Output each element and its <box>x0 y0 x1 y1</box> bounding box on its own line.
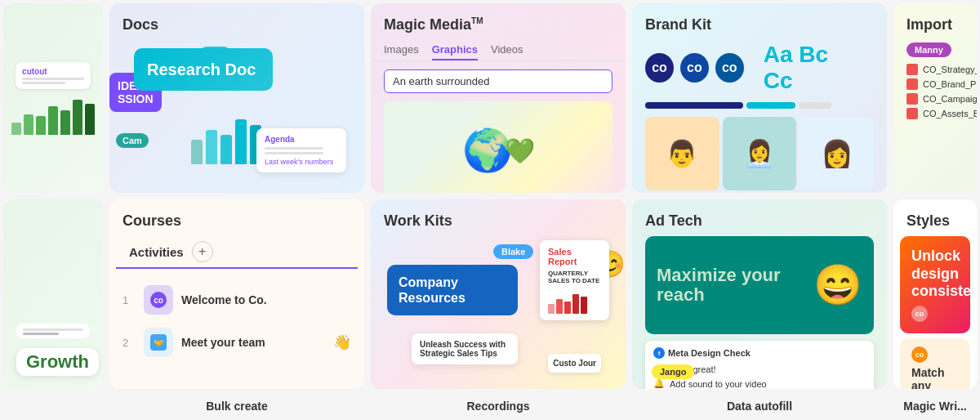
import-title: Import <box>893 3 977 42</box>
styles-co-icon: co <box>911 306 928 322</box>
course-item-1[interactable]: 1 co Welcome to Co. <box>109 279 364 321</box>
course-num-2: 2 <box>122 337 136 349</box>
bulk-create-cell[interactable]: Bulk create <box>109 395 364 417</box>
tab-videos[interactable]: Videos <box>491 40 523 60</box>
blake-badge: Blake <box>493 244 533 259</box>
tm-sup: TM <box>471 16 483 25</box>
ad-tech-title: Ad Tech <box>632 199 887 236</box>
maximize-card: Maximize your reach 😄 <box>645 236 874 334</box>
file-icon-4 <box>906 108 918 119</box>
color-bar-teal <box>746 102 795 109</box>
docs-agenda: Agenda Last week's numbers <box>256 128 346 172</box>
jango-badge: Jango <box>652 364 694 379</box>
tab-graphics[interactable]: Graphics <box>432 40 478 60</box>
brand-photo-1: 👨 <box>645 117 719 190</box>
sound-icon: 🔔 <box>653 378 665 389</box>
course-text-1: Welcome to Co. <box>181 293 267 306</box>
person-2: 👩‍💼 <box>723 117 797 190</box>
add-activity-button[interactable]: + <box>192 241 213 262</box>
magic-media-cell: Magic MediaTM Images Graphics Videos An … <box>371 3 626 193</box>
maximize-text: Maximize your reach <box>657 266 813 305</box>
cust-card: Custo Jour <box>548 354 601 373</box>
course-icon-1: co <box>144 285 173 315</box>
brand-photo-2: 👩‍💼 <box>723 117 797 190</box>
sales-report-card: Sales Report QUARTERLYSALES TO DATE <box>540 240 609 320</box>
logo-circle-2: co <box>680 53 709 83</box>
generated-image: 🌍 💚 <box>384 101 612 193</box>
activities-row: Activities + <box>116 236 358 269</box>
file-name-3: CO_Campaign_Tool... <box>923 94 977 104</box>
data-autofill-label: Data autofill <box>727 400 792 413</box>
import-cell: Import Manny CO_Strategy_Report... CO_Br… <box>893 3 977 193</box>
styles-unlock-card: Unlock design consistency co <box>900 236 970 333</box>
tab-images[interactable]: Images <box>384 40 419 60</box>
brand-photo-3: 👩 <box>800 117 874 190</box>
styles-title: Styles <box>893 199 977 236</box>
person-1: 👨 <box>645 117 719 190</box>
unlock-text: Unlock design consistency <box>911 248 977 301</box>
course-text-2: Meet your team <box>181 336 265 349</box>
agenda-line-2 <box>265 152 323 154</box>
growth-cutout-box <box>16 324 90 338</box>
person-3: 👩 <box>800 117 874 190</box>
match-text: Match any design style <box>911 366 959 389</box>
co-icon-1: co <box>150 292 167 308</box>
file-item-2: CO_Brand_Photogra... <box>906 78 964 90</box>
logo-circle-3: co <box>715 53 744 83</box>
activities-label: Activities <box>129 245 184 259</box>
magic-wri-label: Magic Wri... <box>903 400 967 413</box>
agenda-title: Agenda <box>265 135 338 144</box>
meta-icon: f <box>653 347 665 359</box>
recordings-cell[interactable]: Recordings <box>371 395 626 417</box>
chart-bars <box>191 115 261 164</box>
file-icon-1 <box>906 64 918 75</box>
company-resources-card: Company Resources <box>387 265 518 315</box>
color-bar-light <box>799 102 831 109</box>
sales-report-title: Sales Report <box>548 247 601 266</box>
brand-photos: 👨 👩‍💼 👩 <box>632 117 887 190</box>
styles-logo-row: co <box>911 306 977 322</box>
magic-media-title: Magic MediaTM <box>371 3 626 40</box>
maximize-person: 😄 <box>813 262 862 308</box>
styles-bottom-icon: co <box>911 346 928 363</box>
growth-bottom-cell: Growth <box>3 199 103 389</box>
bulk-create-label: Bulk create <box>206 400 267 413</box>
manny-badge: Manny <box>906 42 951 57</box>
research-doc-title: Research Doc <box>147 60 260 79</box>
file-item-4: CO_Assets_Brandin... <box>906 108 964 119</box>
data-autofill-cell[interactable]: Data autofill <box>632 395 887 417</box>
styles-bottom-logo: co <box>911 346 959 363</box>
file-icon-3 <box>906 93 918 105</box>
file-name-4: CO_Assets_Brandin... <box>923 109 977 118</box>
brand-kit-title: Brand Kit <box>632 3 887 42</box>
file-name-2: CO_Brand_Photogra... <box>923 79 977 89</box>
styles-cell: Styles Unlock design consistency co co M… <box>893 199 977 389</box>
tab-row: Images Graphics Videos <box>371 40 626 61</box>
file-icon-2 <box>906 78 918 90</box>
search-input-box[interactable]: An earth surrounded <box>384 69 612 93</box>
meta-check-title: f Meta Design Check <box>653 347 866 359</box>
file-item-1: CO_Strategy_Report... <box>906 64 964 75</box>
cust-jour-text: Custo Jour <box>553 359 596 368</box>
course-item-2[interactable]: 2 🤝 Meet your team 👋 <box>109 321 364 364</box>
work-kits-content: Work Kits Blake Sales Report QUARTERLYSA… <box>371 199 626 389</box>
growth-label: Growth <box>16 348 99 376</box>
work-kits-cell: Work Kits Blake Sales Report QUARTERLYSA… <box>371 199 626 389</box>
brand-kit-cell: Brand Kit co co co Aa Bc Cc 👨 👩‍💼 👩 <box>632 3 887 193</box>
magic-wri-cell[interactable]: Magic Wri... <box>893 395 977 417</box>
sales-subtitle: QUARTERLYSALES TO DATE <box>548 270 601 284</box>
ad-tech-cell: Ad Tech Maximize your reach 😄 f Meta Des… <box>632 199 887 389</box>
work-kits-title: Work Kits <box>371 199 466 236</box>
course-num-1: 1 <box>122 294 136 306</box>
cam-badge: Cam <box>116 133 149 148</box>
docs-title: Docs <box>109 3 364 40</box>
unleash-text: Unleash Success with Strategic Sales Tip… <box>420 340 510 358</box>
file-list: CO_Strategy_Report... CO_Brand_Photogra.… <box>893 64 977 119</box>
agenda-line-1 <box>265 147 323 150</box>
cutout-box: cutout <box>16 62 91 89</box>
file-name-1: CO_Strategy_Report... <box>923 65 977 74</box>
brand-font: Aa Bc Cc <box>751 42 874 94</box>
logo-circle-1: co <box>645 53 674 83</box>
unleash-card: Unleash Success with Strategic Sales Tip… <box>412 333 518 364</box>
courses-title: Courses <box>109 199 364 236</box>
